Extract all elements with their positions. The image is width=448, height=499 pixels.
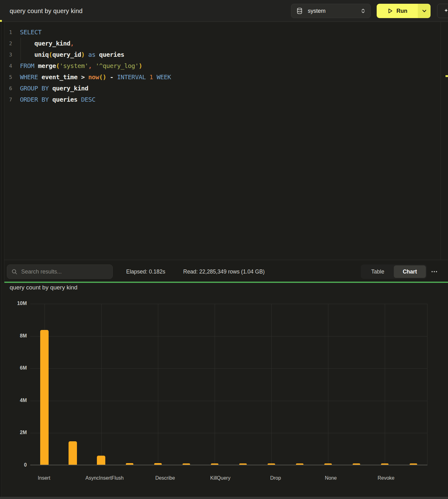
bar-unlabeled[interactable]: [296, 463, 303, 465]
bar-insert[interactable]: [40, 330, 49, 465]
bar-killquery[interactable]: [211, 463, 218, 465]
view-toggle: TableChart: [361, 264, 427, 279]
search-results-box[interactable]: [7, 264, 113, 279]
x-tick-label: [400, 475, 427, 481]
code-text: FROM merge('system', '^query_log'): [20, 62, 142, 70]
y-tick-label: 10M: [9, 301, 27, 306]
query-tab-title: query count by query kind: [10, 0, 83, 22]
chart-title: query count by query kind: [10, 284, 78, 291]
sparkles-icon: [443, 7, 448, 15]
x-tick-label: AsyncInsertFlush: [85, 475, 124, 481]
code-line[interactable]: 2 query_kind,: [4, 38, 448, 49]
bar-unlabeled[interactable]: [69, 441, 77, 465]
play-icon: [387, 8, 393, 14]
x-tick-label: Insert: [30, 475, 58, 481]
bar-slot: [87, 304, 115, 465]
bar-asyncinsertflush[interactable]: [97, 456, 105, 465]
y-tick-label: 8M: [9, 333, 27, 339]
search-results-input[interactable]: [21, 269, 108, 275]
more-options-button[interactable]: [429, 267, 439, 276]
run-options-dropdown[interactable]: [418, 4, 431, 18]
sql-console-window: query count by query kind system: [0, 0, 448, 499]
bar-slot: [144, 304, 172, 465]
bar-slot: [229, 304, 257, 465]
x-tick-label: Describe: [151, 475, 179, 481]
line-number: 3: [4, 52, 12, 58]
bar-slot: [342, 304, 371, 465]
view-toggle-chart[interactable]: Chart: [394, 265, 426, 278]
bar-slot: [399, 304, 427, 465]
x-tick-label: None: [317, 475, 345, 481]
chevron-updown-icon: [361, 7, 365, 14]
code-text: query_kind,: [20, 40, 74, 47]
x-tick-label: [289, 475, 317, 481]
run-button-label: Run: [397, 8, 407, 14]
ai-assist-button[interactable]: [437, 4, 448, 18]
x-tick-label: [179, 475, 207, 481]
run-button-main[interactable]: Run: [377, 4, 418, 18]
code-line[interactable]: 4FROM merge('system', '^query_log'): [4, 60, 448, 71]
ellipsis-icon: [431, 268, 438, 275]
x-tick-label: Drop: [262, 475, 289, 481]
bar-slot: [59, 304, 87, 465]
line-number: 1: [4, 29, 12, 35]
gridline-vertical: [158, 304, 158, 465]
bar-describe[interactable]: [154, 463, 162, 465]
indent-guide: [21, 38, 21, 60]
line-number: 5: [4, 74, 12, 80]
x-tick-label: [124, 475, 151, 481]
run-button[interactable]: Run: [377, 4, 431, 18]
bar-drop[interactable]: [268, 463, 275, 465]
bar-slot: [314, 304, 342, 465]
line-number: 6: [4, 85, 12, 91]
bar-slot: [30, 304, 59, 465]
code-line[interactable]: 6GROUP BY query_kind: [4, 83, 448, 94]
bar-unlabeled[interactable]: [410, 463, 417, 465]
gridline-vertical: [101, 304, 102, 465]
x-tick-label: [345, 475, 372, 481]
bar-slot: [115, 304, 144, 465]
gridline-vertical: [215, 304, 215, 465]
gridline-vertical: [385, 304, 385, 465]
x-tick-label: [234, 475, 262, 481]
code-text: SELECT: [20, 28, 41, 36]
code-line[interactable]: 1SELECT: [4, 27, 448, 38]
window-bottom-edge: [0, 497, 448, 499]
line-number: 4: [4, 63, 12, 69]
chevron-down-icon: [422, 10, 427, 12]
code-text: uniq(query_id) as queries: [20, 51, 124, 58]
read-stat: Read: 22,285,349 rows (1.04 GB): [183, 264, 265, 279]
code-line[interactable]: 7ORDER BY queries DESC: [4, 94, 448, 105]
sql-editor[interactable]: 1SELECT2 query_kind,3 uniq(query_id) as …: [4, 22, 448, 260]
left-panel-edge: [0, 22, 1, 497]
editor-overview-ruler[interactable]: [441, 22, 441, 260]
bar-slot: [286, 304, 314, 465]
database-selector[interactable]: system: [291, 4, 371, 18]
code-line[interactable]: 5WHERE event_time > now() - INTERVAL 1 W…: [4, 71, 448, 83]
x-tick-label: Revoke: [372, 475, 400, 481]
database-selector-value: system: [308, 8, 326, 14]
code-line[interactable]: 3 uniq(query_id) as queries: [4, 49, 448, 60]
bar-slot: [257, 304, 286, 465]
x-tick-label: [58, 475, 86, 481]
y-tick-label: 2M: [9, 430, 27, 435]
line-number: 7: [4, 97, 12, 103]
gridline-vertical: [328, 304, 328, 465]
x-axis-labels: InsertAsyncInsertFlushDescribeKillQueryD…: [30, 475, 427, 481]
bar-unlabeled[interactable]: [126, 463, 133, 465]
y-tick-label: 0: [9, 462, 27, 468]
code-text: ORDER BY queries DESC: [20, 96, 95, 103]
bar-revoke[interactable]: [381, 463, 388, 465]
code-text: GROUP BY query_kind: [20, 85, 88, 92]
bar-unlabeled[interactable]: [183, 463, 190, 465]
chart-plot-area: [30, 304, 427, 465]
y-tick-label: 4M: [9, 398, 27, 403]
database-icon: [296, 7, 303, 14]
bar-unlabeled[interactable]: [239, 463, 247, 465]
view-toggle-table[interactable]: Table: [362, 265, 394, 278]
bar-none[interactable]: [324, 463, 332, 465]
bar-slot: [200, 304, 229, 465]
bar-slots: [30, 304, 427, 465]
bar-unlabeled[interactable]: [353, 463, 360, 465]
bar-slot: [172, 304, 200, 465]
